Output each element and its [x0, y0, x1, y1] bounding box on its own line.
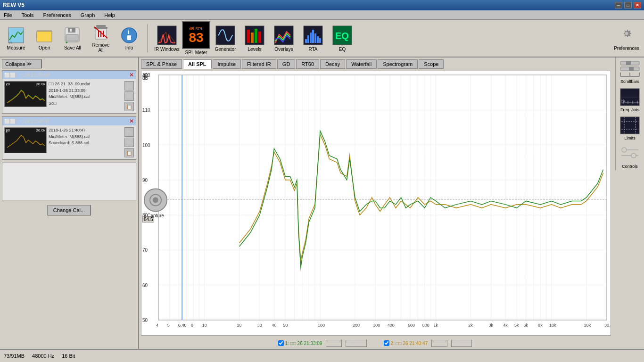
rta-button[interactable]: RTA — [299, 21, 327, 55]
levels-button[interactable]: Levels — [241, 21, 268, 55]
levels-icon — [244, 25, 265, 46]
overlays-button[interactable]: Overlays — [270, 21, 297, 55]
legend-smooth-1[interactable]: 1/12 — [326, 340, 341, 347]
meas-wave-icon-1: ⬜⬜ — [4, 73, 16, 78]
meas-close-2[interactable]: ✕ — [129, 118, 134, 124]
freq-axis-button[interactable]: Hz Freq. Axis — [618, 88, 642, 112]
menu-bar: File Tools Preferences Graph Help — [0, 10, 644, 20]
menu-help[interactable]: Help — [102, 12, 117, 18]
menu-preferences[interactable]: Preferences — [41, 12, 73, 18]
ir-windows-label: IR Windows — [154, 47, 179, 52]
svg-rect-30 — [305, 39, 307, 43]
collapse-button[interactable]: Collapse ≫ — [2, 59, 42, 68]
scrollbars-button[interactable]: Scrollbars — [618, 59, 642, 84]
legend-dbnew-1[interactable]: dBnew — [346, 340, 367, 347]
eq-button[interactable]: EQ EQ — [329, 21, 356, 55]
svg-text:i: i — [128, 29, 129, 35]
tab-scope[interactable]: Scope — [419, 59, 444, 69]
rta-icon — [303, 25, 323, 46]
capture-button[interactable] — [144, 189, 167, 212]
meas-edit-2[interactable]: ✎ — [124, 127, 134, 137]
svg-rect-35 — [317, 36, 319, 43]
tab-impulse[interactable]: Impulse — [213, 59, 241, 69]
spl-meter-display: dB SPL 83 — [182, 21, 210, 49]
svg-rect-20 — [127, 35, 131, 40]
thumb-label-l-1: 20 — [6, 82, 10, 86]
minimize-button[interactable]: ─ — [615, 2, 622, 8]
save-all-button[interactable]: ✦ Save All — [60, 21, 85, 55]
rta-label: RTA — [308, 47, 317, 52]
maximize-button[interactable]: □ — [624, 2, 632, 8]
overlays-label: Overlays — [274, 47, 293, 52]
status-memory: 73/91MB — [4, 353, 25, 359]
left-panel: Collapse ≫ ⬜⬜ □□ 26 21:33:09 ✕ 20 20.0k … — [0, 58, 139, 349]
svg-rect-31 — [307, 35, 309, 43]
tab-filtered-ir[interactable]: Filtered IR — [242, 59, 276, 69]
legend-dbnew-2[interactable]: dBnew — [451, 340, 472, 347]
meas-settings-1[interactable]: ⚙ — [124, 91, 134, 101]
svg-rect-34 — [314, 33, 316, 43]
spl-meter-button[interactable]: dB SPL 83 SPL Meter — [182, 21, 210, 55]
meas-info-1-btn[interactable]: 📋 — [124, 102, 134, 111]
menu-file[interactable]: File — [2, 12, 14, 18]
ir-windows-button[interactable]: IR Windows — [153, 21, 181, 55]
overlays-icon — [273, 25, 294, 46]
meas-mic-2: Mic/Meter: M(888).cal — [49, 134, 123, 140]
limits-button[interactable]: Limits — [618, 116, 642, 140]
tab-all-spl[interactable]: All SPL — [183, 59, 212, 69]
legend-check-1[interactable] — [278, 340, 284, 346]
meas-title-1: □□ 26 21:33:09 — [17, 73, 127, 78]
remove-all-icon — [92, 24, 110, 41]
limits-label: Limits — [624, 136, 636, 140]
legend-check-2[interactable] — [384, 340, 389, 346]
meas-date-1: 2018-1-26 21:33:09 — [49, 88, 123, 94]
generator-icon — [215, 25, 236, 46]
open-button[interactable]: Open — [32, 21, 57, 55]
tab-waterfall[interactable]: Waterfall — [346, 59, 377, 69]
tab-gd[interactable]: GD — [277, 59, 296, 69]
svg-rect-27 — [258, 32, 261, 43]
app-title: REW V5 — [3, 2, 25, 8]
controls-button[interactable]: Controls — [618, 144, 642, 169]
svg-rect-25 — [251, 33, 254, 43]
svg-point-45 — [153, 197, 158, 203]
info-button[interactable]: i Info — [117, 21, 141, 55]
meas-edit-1[interactable]: ✎ — [124, 81, 134, 90]
levels-label: Levels — [248, 47, 262, 52]
svg-text:◻: ◻ — [9, 41, 12, 44]
meas-info-1: □□ 26 21_33_09.mdat 2018-1-26 21:33:09 M… — [49, 81, 123, 111]
controls-label: Controls — [622, 164, 638, 169]
preferences-button[interactable]: Preferences — [613, 21, 640, 55]
meas-title-2: □□ 26 21:40:47 — [17, 119, 127, 124]
change-cal-button[interactable]: Change Cal... — [47, 205, 91, 215]
meas-wave-icon-2: ⬜⬜ — [4, 119, 16, 124]
meas-body-1: 20 20.0k 1 □□ 26 21_33_09.mdat 2018-1-26… — [2, 79, 136, 113]
tab-rt60[interactable]: RT60 — [296, 59, 319, 69]
frequency-chart[interactable] — [141, 71, 611, 335]
generator-button[interactable]: Generator — [212, 21, 239, 55]
meas-soundcard-2: Soundcard: S.888.cal — [49, 140, 123, 147]
close-button[interactable]: ✕ — [634, 2, 641, 8]
meas-date-2: 2018-1-26 21:40:47 — [49, 127, 123, 134]
measure-button[interactable]: ◻ Measure — [4, 21, 28, 55]
chart-area: Capture SPL & Phase All SPL Impulse Filt… — [139, 58, 644, 349]
capture-label: Capture — [147, 213, 164, 218]
ir-windows-icon — [157, 25, 177, 46]
menu-graph[interactable]: Graph — [79, 12, 97, 18]
legend-item-2[interactable]: 2: □□ 26 21:40:47 — [384, 340, 428, 346]
tab-decay[interactable]: Decay — [320, 59, 345, 69]
legend-smooth-2[interactable]: 1/12 — [431, 340, 447, 347]
tab-spl-phase[interactable]: SPL & Phase — [141, 59, 182, 69]
meas-settings-2[interactable]: ⚙ — [124, 138, 134, 147]
save-all-icon: ✦ — [64, 26, 82, 44]
remove-all-button[interactable]: Remove All — [89, 21, 113, 55]
svg-rect-9 — [70, 29, 72, 32]
meas-soundcard-1: So□ — [49, 100, 123, 107]
tab-spectrogram[interactable]: Spectrogram — [378, 59, 418, 69]
center-tools: IR Windows dB SPL 83 SPL Meter Generator — [153, 21, 356, 55]
meas-close-1[interactable]: ✕ — [129, 72, 134, 78]
meas-info-2-btn[interactable]: 📋 — [124, 148, 134, 157]
menu-tools[interactable]: Tools — [20, 12, 36, 18]
legend-item-1[interactable]: 1: □□ 26 21:33:09 — [278, 340, 322, 346]
measurement-card-1: ⬜⬜ □□ 26 21:33:09 ✕ 20 20.0k 1 □□ 26 21_ — [2, 70, 136, 114]
